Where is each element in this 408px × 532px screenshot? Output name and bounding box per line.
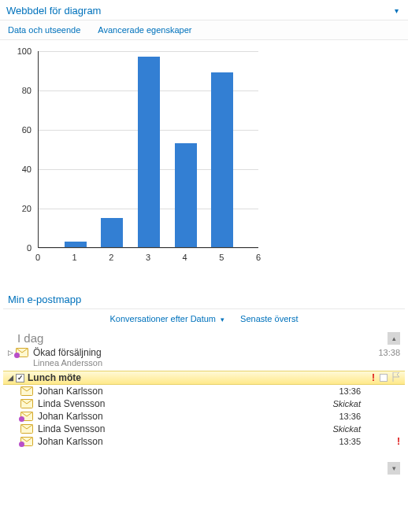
sort-by-label: Konversationer efter Datum bbox=[110, 314, 217, 323]
thread-subject: Ökad försäljning bbox=[33, 347, 361, 358]
thread-flags: ! bbox=[361, 372, 400, 383]
chart-plot bbox=[38, 51, 258, 248]
message-status: Skickat bbox=[328, 399, 361, 408]
x-tick-label: 0 bbox=[35, 253, 40, 262]
importance-icon: ! bbox=[372, 372, 375, 383]
category-icon[interactable] bbox=[380, 374, 388, 382]
message-sender: Linda Svensson bbox=[38, 398, 328, 409]
message-time: 13:35 bbox=[334, 437, 361, 446]
webpart-title: Webbdel för diagram bbox=[6, 5, 101, 17]
message-row[interactable]: Linda SvenssonSkickat bbox=[3, 423, 405, 435]
advanced-properties-link[interactable]: Avancerade egenskaper bbox=[98, 25, 191, 35]
envelope-reply-icon bbox=[20, 437, 33, 446]
thread-flags: 13:38 bbox=[361, 348, 400, 357]
message-time: 13:36 bbox=[334, 386, 361, 396]
scroll-down-button[interactable]: ▾ bbox=[388, 462, 400, 475]
webpart-menu-caret-icon[interactable]: ▾ bbox=[395, 6, 402, 15]
chart-plot-area: 0204060801000123456 bbox=[0, 43, 408, 279]
message-row[interactable]: Johan Karlsson13:36 bbox=[3, 385, 405, 397]
mail-sort-controls: Konversationer efter Datum ▾ Senaste öve… bbox=[3, 309, 405, 328]
gridline bbox=[39, 248, 258, 249]
date-header-row: I dag ▴ bbox=[3, 328, 405, 346]
chart-bar bbox=[211, 72, 233, 248]
y-tick-label: 40 bbox=[0, 164, 32, 174]
x-tick-label: 3 bbox=[146, 253, 150, 262]
y-tick-label: 80 bbox=[0, 86, 32, 95]
envelope-icon bbox=[20, 399, 33, 408]
x-tick-label: 5 bbox=[219, 253, 224, 262]
envelope-icon bbox=[20, 386, 33, 396]
chart-toolbar: Data och utseende Avancerade egenskaper bbox=[0, 20, 408, 40]
chevron-up-icon: ▴ bbox=[392, 334, 396, 342]
mail-list: ▷Ökad försäljning13:38Linnea Andersson◢✓… bbox=[3, 346, 405, 448]
y-tick-label: 0 bbox=[0, 243, 32, 253]
x-tick-label: 4 bbox=[183, 253, 187, 262]
message-sender: Johan Karlsson bbox=[38, 436, 334, 447]
message-sender: Linda Svensson bbox=[38, 423, 328, 434]
message-row[interactable]: Linda SvenssonSkickat bbox=[3, 397, 405, 410]
message-flags: ! bbox=[361, 436, 400, 447]
message-sender: Johan Karlsson bbox=[38, 411, 334, 422]
thread-subject: Lunch möte bbox=[28, 372, 361, 383]
envelope-reply-icon bbox=[20, 412, 33, 421]
gridline bbox=[39, 51, 258, 52]
importance-icon: ! bbox=[397, 436, 400, 447]
collapse-icon[interactable]: ◢ bbox=[6, 374, 14, 382]
webpart-header: Webbdel för diagram ▾ bbox=[0, 0, 408, 20]
envelope-icon bbox=[20, 424, 33, 434]
message-status: Skickat bbox=[328, 424, 361, 434]
date-header-label: I dag bbox=[17, 331, 43, 345]
thread-sender: Linnea Andersson bbox=[3, 358, 405, 368]
chart-bar bbox=[101, 218, 123, 248]
scroll-up-button[interactable]: ▴ bbox=[388, 332, 400, 345]
chart-bar bbox=[138, 57, 160, 248]
thread-row[interactable]: ◢✓Lunch möte! bbox=[3, 371, 405, 385]
scroll-footer: ▾ bbox=[3, 448, 405, 479]
sort-order-link[interactable]: Senaste överst bbox=[240, 314, 298, 323]
message-time: 13:36 bbox=[334, 412, 361, 421]
x-tick-label: 6 bbox=[256, 253, 261, 262]
chevron-down-icon: ▾ bbox=[221, 316, 224, 323]
message-row[interactable]: Johan Karlsson13:35! bbox=[3, 435, 405, 448]
data-appearance-link[interactable]: Data och utseende bbox=[8, 25, 80, 35]
chart-bar bbox=[65, 242, 87, 248]
thread-time: 13:38 bbox=[373, 348, 400, 357]
thread-row[interactable]: ▷Ökad försäljning13:38 bbox=[3, 346, 405, 359]
message-row[interactable]: Johan Karlsson13:36 bbox=[3, 410, 405, 423]
expand-icon[interactable]: ▷ bbox=[6, 349, 14, 357]
message-sender: Johan Karlsson bbox=[38, 386, 334, 397]
flag-icon[interactable] bbox=[392, 372, 400, 383]
envelope-reply-icon bbox=[16, 348, 28, 357]
chart-webpart: Webbdel för diagram ▾ Data och utseende … bbox=[0, 0, 408, 279]
sort-by-dropdown[interactable]: Konversationer efter Datum ▾ bbox=[110, 314, 225, 323]
x-tick-label: 2 bbox=[109, 253, 113, 262]
chart-bar bbox=[175, 143, 197, 248]
y-tick-label: 20 bbox=[0, 204, 32, 213]
x-tick-label: 1 bbox=[72, 253, 77, 262]
thread-checkbox[interactable]: ✓ bbox=[16, 374, 24, 382]
y-tick-label: 60 bbox=[0, 125, 32, 135]
y-tick-label: 100 bbox=[0, 46, 32, 56]
mail-webpart: Min e-postmapp Konversationer efter Datu… bbox=[0, 294, 408, 479]
mail-webpart-title: Min e-postmapp bbox=[3, 294, 405, 308]
chevron-down-icon: ▾ bbox=[392, 464, 396, 472]
